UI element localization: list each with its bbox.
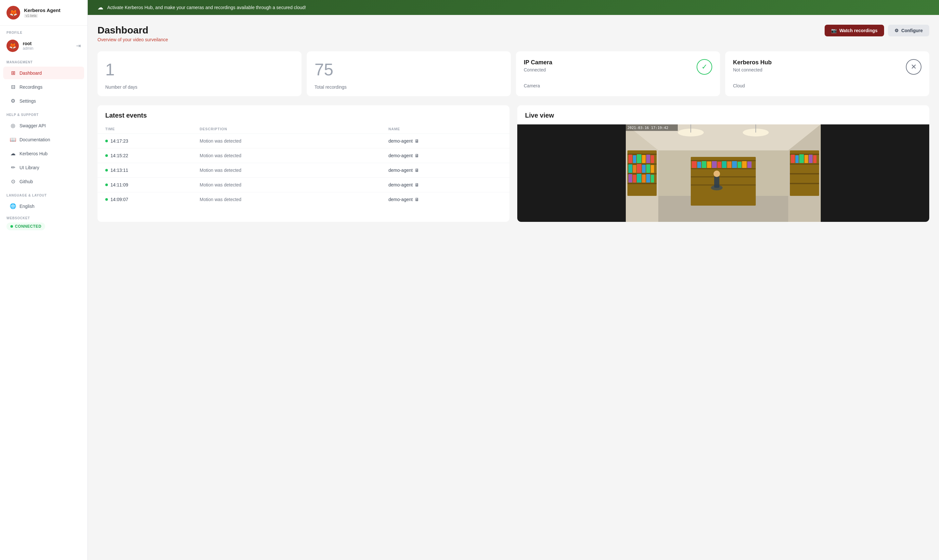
main-content: ☁ Activate Kerberos Hub, and make your c… [88,0,939,560]
events-table: TIME DESCRIPTION NAME 14:17:23 Motion wa… [97,125,510,206]
event-description: Motion was detected [200,138,388,143]
camera-connected-icon: ✓ [697,59,712,75]
stats-grid: 1 Number of days 75 Total recordings IP … [97,51,929,96]
sidebar-item-ui-library[interactable]: ✏ UI Library [3,161,84,174]
profile-section: 🦊 root admin ⇥ [0,36,88,55]
svg-rect-27 [651,175,654,183]
svg-rect-11 [633,155,636,163]
agent-icon: 🖥 [415,182,419,188]
profile-info: root admin [23,41,72,51]
col-time: TIME [105,127,200,131]
configure-button[interactable]: ⚙ Configure [888,25,929,36]
watch-recordings-icon: 📷 [831,28,837,33]
cloud-info: Kerberos Hub Not connected [733,59,772,72]
page-subtitle: Overview of your video surveilance [97,37,168,42]
sidebar-item-language[interactable]: 🌐 English [3,200,84,212]
app-title: Kerberos Agent [24,8,60,13]
agent-icon: 🖥 [415,168,419,173]
event-dot [105,169,108,171]
event-name: demo-agent 🖥 [388,138,502,143]
avatar: 🦊 [6,40,19,52]
svg-rect-53 [805,155,808,163]
svg-rect-21 [651,165,654,173]
svg-rect-55 [813,155,816,163]
websocket-status-text: CONNECTED [15,224,41,229]
sidebar-item-github[interactable]: ⊙ Github [3,175,84,188]
sidebar-item-recordings[interactable]: ⊟ Recordings [3,80,84,93]
svg-rect-13 [642,155,646,163]
sidebar-item-label: Documentation [20,137,50,142]
dashboard-icon: ⊞ [10,70,16,76]
bottom-section: Latest events TIME DESCRIPTION NAME 14:1… [97,105,929,222]
cloud-card-label: Cloud [733,83,922,88]
col-name: NAME [388,127,502,131]
svg-rect-49 [790,183,819,184]
svg-rect-41 [732,161,737,168]
configure-icon: ⚙ [894,28,899,33]
sidebar: 🦊 Kerberos Agent v1-beta PROFILE 🦊 root … [0,0,88,560]
svg-rect-18 [637,164,641,173]
table-row: 14:11:09 Motion was detected demo-agent … [97,178,510,192]
sidebar-item-docs[interactable]: 📖 Documentation [3,133,84,146]
table-row: 14:15:22 Motion was detected demo-agent … [97,148,510,163]
event-description: Motion was detected [200,197,388,202]
event-dot [105,198,108,201]
live-view-image: 2021-03-16 17:19:42 [517,125,929,222]
svg-rect-44 [747,162,751,168]
svg-rect-32 [691,185,756,186]
dashboard-content: Dashboard Overview of your video surveil… [88,15,939,560]
svg-rect-39 [722,161,727,168]
svg-rect-34 [697,162,701,168]
svg-rect-48 [790,173,819,174]
event-time: 14:13:11 [105,168,200,173]
header-actions: 📷 Watch recordings ⚙ Configure [825,25,929,36]
svg-rect-17 [633,165,636,173]
sidebar-item-dashboard[interactable]: ⊞ Dashboard [3,66,84,79]
dashboard-header: Dashboard Overview of your video surveil… [97,25,929,42]
sidebar-item-hub[interactable]: ☁ Kerberos Hub [3,147,84,160]
agent-icon: 🖥 [415,138,419,143]
svg-rect-57 [714,176,719,188]
stat-card-cloud: Kerberos Hub Not connected ✕ Cloud [725,51,929,96]
camera-info: IP Camera Connected [524,59,553,72]
svg-rect-33 [692,161,697,168]
svg-rect-47 [790,163,819,165]
watch-recordings-button[interactable]: 📷 Watch recordings [825,25,884,36]
svg-point-58 [714,171,720,177]
live-view-content: 2021-03-16 17:19:42 [517,125,929,222]
event-name: demo-agent 🖥 [388,153,502,158]
live-view-panel: Live view [517,105,929,222]
stat-number-days: 1 [105,61,115,78]
svg-rect-54 [809,155,813,163]
stat-label-recordings: Total recordings [314,85,347,90]
svg-rect-35 [702,161,707,168]
sidebar-item-label: UI Library [20,165,39,170]
svg-rect-15 [651,155,654,163]
svg-rect-29 [691,160,756,161]
cloud-title: Kerberos Hub [733,59,772,66]
svg-rect-19 [642,165,646,173]
table-row: 14:17:23 Motion was detected demo-agent … [97,134,510,148]
language-icon: 🌐 [10,203,16,209]
sidebar-item-swagger[interactable]: ◎ Swagger API [3,119,84,132]
svg-rect-51 [795,155,799,163]
cloud-disconnected-icon: ✕ [906,59,922,75]
camera-card-label: Camera [524,83,712,88]
svg-text:2021-03-16 17:19:42: 2021-03-16 17:19:42 [627,126,668,130]
sidebar-logo: 🦊 Kerberos Agent v1-beta [0,0,88,26]
app-logo-icon: 🦊 [6,6,20,20]
language-label: English [20,204,34,209]
stat-card-camera: IP Camera Connected ✓ Camera [516,51,720,96]
recordings-icon: ⊟ [10,84,16,90]
event-time: 14:15:22 [105,153,200,158]
sidebar-item-settings[interactable]: ⚙ Settings [3,94,84,107]
stat-number-recordings: 75 [314,61,333,78]
websocket-section: WEBSOCKET CONNECTED [0,213,88,234]
cloud-status-row: Kerberos Hub Not connected ✕ [733,59,922,75]
agent-icon: 🖥 [415,197,419,202]
logout-button[interactable]: ⇥ [76,42,81,49]
svg-rect-50 [791,155,795,163]
svg-rect-43 [742,161,747,168]
sidebar-item-label: Github [20,179,33,184]
svg-rect-37 [712,161,717,168]
